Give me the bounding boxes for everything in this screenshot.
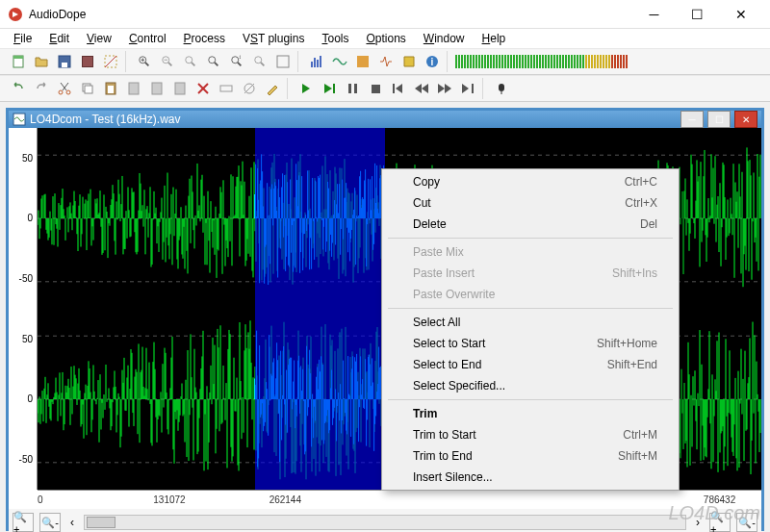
h-scrollbar[interactable] <box>84 515 686 530</box>
open-file-icon[interactable] <box>31 51 52 72</box>
vu-meter <box>451 53 631 70</box>
svg-rect-36 <box>85 86 92 93</box>
paste-icon[interactable] <box>100 78 121 99</box>
context-paste-overwrite: Paste Overwrite <box>384 284 677 305</box>
analyze-icon[interactable] <box>352 51 373 72</box>
waveform-selection[interactable] <box>255 128 385 490</box>
menu-view[interactable]: View <box>79 30 119 47</box>
effect-icon[interactable] <box>375 51 397 72</box>
stop-tool-icon[interactable] <box>77 51 98 72</box>
pause-button[interactable] <box>342 78 363 99</box>
context-delete[interactable]: DeleteDel <box>384 214 677 235</box>
new-file-icon[interactable] <box>8 51 29 72</box>
zoom-full-icon[interactable] <box>203 51 224 72</box>
doc-maximize-button[interactable]: ☐ <box>707 111 731 128</box>
forward-button[interactable] <box>434 78 455 99</box>
book-icon[interactable] <box>398 51 420 72</box>
h-zoom-out-button[interactable]: 🔍- <box>39 513 61 532</box>
redo-icon[interactable] <box>31 78 52 99</box>
svg-rect-2 <box>13 56 23 59</box>
context-menu: CopyCtrl+CCutCtrl+XDeleteDelPaste MixPas… <box>381 168 680 491</box>
rewind-button[interactable] <box>411 78 432 99</box>
paste-mix-icon[interactable] <box>123 78 144 99</box>
doc-minimize-button[interactable]: ─ <box>680 111 704 128</box>
context-copy[interactable]: CopyCtrl+C <box>384 171 677 192</box>
trim-icon[interactable] <box>216 78 237 99</box>
zoom-sel-icon[interactable] <box>180 51 201 72</box>
svg-point-21 <box>255 57 262 63</box>
menubar: File Edit View Control Process VST plugi… <box>0 29 770 48</box>
play-loop-button[interactable] <box>319 78 340 99</box>
undo-icon[interactable] <box>8 78 29 99</box>
menu-help[interactable]: Help <box>475 30 514 47</box>
cut-icon[interactable] <box>54 78 75 99</box>
info-icon[interactable]: i <box>422 51 443 72</box>
record-button[interactable] <box>491 78 512 99</box>
goto-start-button[interactable] <box>388 78 409 99</box>
select-tool-icon[interactable] <box>100 51 121 72</box>
paste-insert-icon[interactable] <box>146 78 167 99</box>
x-tick: 0 <box>38 494 43 505</box>
zoom-v-out-icon[interactable] <box>249 51 270 72</box>
menu-file[interactable]: File <box>6 30 39 47</box>
titlebar: AudioDope ─ ☐ ✕ <box>0 0 770 29</box>
minimize-button[interactable]: ─ <box>632 1 676 28</box>
toolbar-2 <box>0 75 770 102</box>
delete-icon[interactable] <box>192 78 214 99</box>
zoom-out-icon[interactable] <box>157 51 178 72</box>
toolbar-1: ↕ i <box>0 48 770 75</box>
svg-line-8 <box>145 63 149 66</box>
fit-window-icon[interactable] <box>272 51 294 72</box>
menu-window[interactable]: Window <box>416 30 473 47</box>
menu-process[interactable]: Process <box>176 30 233 47</box>
context-insert-silence-[interactable]: Insert Silence... <box>384 467 677 488</box>
context-cut[interactable]: CutCtrl+X <box>384 192 677 214</box>
stop-button[interactable] <box>365 78 386 99</box>
spectrum-icon[interactable] <box>306 51 327 72</box>
wave-icon[interactable] <box>329 51 350 72</box>
context-trim-to-end[interactable]: Trim to EndShift+M <box>384 445 677 467</box>
context-select-specified-[interactable]: Select Specified... <box>384 375 677 396</box>
svg-rect-44 <box>220 86 232 91</box>
goto-end-button[interactable] <box>457 78 478 99</box>
zoom-in-icon[interactable] <box>134 51 155 72</box>
x-axis-ruler: 0 131072 262144 786432 <box>38 490 761 509</box>
doc-close-button[interactable]: ✕ <box>734 111 757 128</box>
play-button[interactable] <box>295 78 317 99</box>
paste-over-icon[interactable] <box>169 78 191 99</box>
h-zoom-in-button[interactable]: 🔍+ <box>13 513 34 532</box>
context-select-to-end[interactable]: Select to EndShift+End <box>384 354 677 375</box>
menu-options[interactable]: Options <box>358 30 413 47</box>
copy-icon[interactable] <box>77 78 98 99</box>
menu-control[interactable]: Control <box>121 30 174 47</box>
doc-zoom-row: 🔍+ 🔍- ‹ › 🔍+ 🔍- <box>9 509 761 532</box>
zoom-v-in-icon[interactable]: ↕ <box>226 51 247 72</box>
y-tick: 50 <box>22 334 33 344</box>
svg-rect-4 <box>62 63 67 67</box>
context-trim-to-start[interactable]: Trim to StartCtrl+M <box>384 424 677 445</box>
maximize-button[interactable]: ☐ <box>676 1 719 28</box>
silence-icon[interactable] <box>239 78 260 99</box>
x-tick: 262144 <box>270 494 301 505</box>
context-select-all[interactable]: Select All <box>384 312 677 333</box>
edit-icon[interactable] <box>262 78 283 99</box>
x-tick: 131072 <box>153 494 185 505</box>
close-button[interactable]: ✕ <box>719 1 762 28</box>
y-tick: 0 <box>27 393 33 404</box>
y-axis-ruler: 50 0 -50 50 0 -50 <box>9 128 38 490</box>
menu-edit[interactable]: Edit <box>41 30 77 47</box>
svg-rect-23 <box>277 56 289 67</box>
context-trim[interactable]: Trim <box>384 403 677 424</box>
svg-line-15 <box>192 63 195 66</box>
svg-line-17 <box>215 63 218 66</box>
svg-point-18 <box>232 57 239 63</box>
svg-line-19 <box>238 63 242 66</box>
menu-tools[interactable]: Tools <box>314 30 356 47</box>
context-select-to-start[interactable]: Select to StartShift+Home <box>384 333 677 354</box>
svg-line-12 <box>168 63 172 66</box>
svg-rect-28 <box>357 56 369 67</box>
svg-rect-48 <box>472 84 474 93</box>
menu-vst[interactable]: VST plugins <box>235 30 313 47</box>
doc-titlebar[interactable]: LO4Dcom - Test (16kHz).wav ─ ☐ ✕ <box>9 111 761 128</box>
save-file-icon[interactable] <box>54 51 75 72</box>
